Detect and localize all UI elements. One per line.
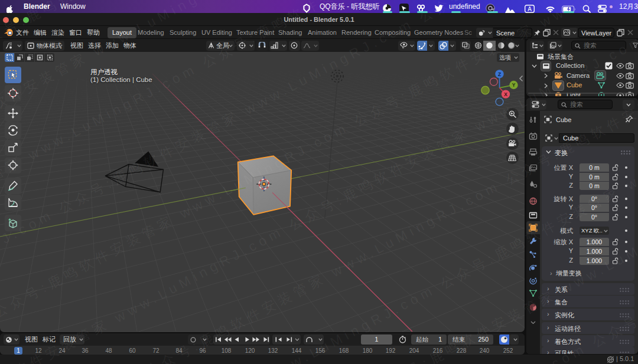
svg-text:X: X xyxy=(504,91,507,97)
svg-text:Y: Y xyxy=(512,82,516,88)
svg-text:Z: Z xyxy=(498,71,501,77)
svg-text:A: A xyxy=(528,6,532,12)
